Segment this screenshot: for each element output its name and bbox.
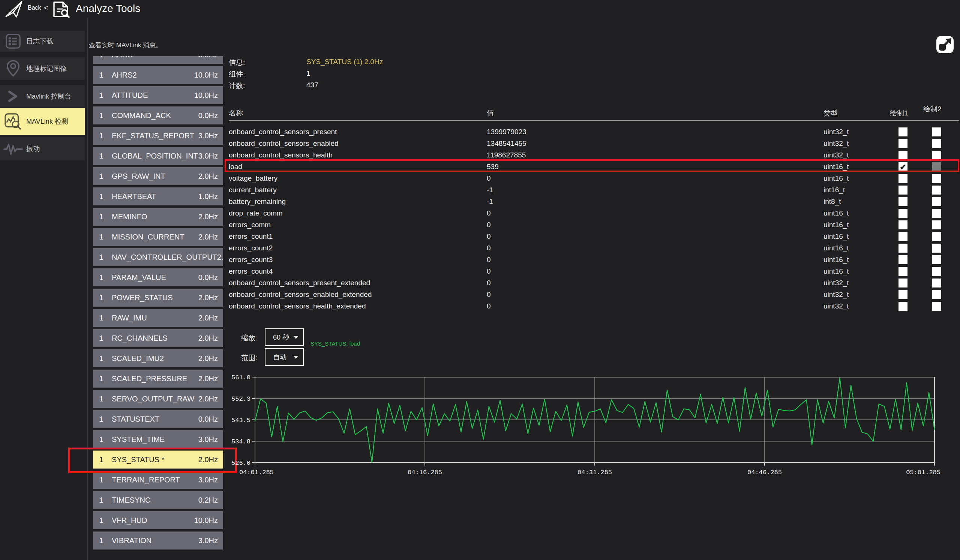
message-name: GPS_RAW_INT bbox=[109, 172, 198, 181]
message-row-vfr_hud[interactable]: 1VFR_HUD10.0Hz bbox=[93, 511, 223, 529]
analyze-tools-window: Back < Analyze Tools 日志下载地理标记图像Mavlink 控… bbox=[0, 0, 960, 560]
plot1-checkbox[interactable]: ✔ bbox=[899, 139, 907, 148]
plot1-checkbox[interactable]: ✔ bbox=[899, 290, 907, 299]
checkmark-icon: ✔ bbox=[900, 163, 906, 171]
svg-text:552.3: 552.3 bbox=[231, 396, 251, 402]
plot2-checkbox[interactable]: ✔ bbox=[932, 279, 941, 287]
message-row-servo_output_raw[interactable]: 1SERVO_OUTPUT_RAW2.0Hz bbox=[93, 390, 223, 408]
message-frequency: 3.0Hz bbox=[198, 475, 223, 484]
message-sysid: 1 bbox=[93, 273, 109, 282]
plot1-checkbox[interactable]: ✔ bbox=[899, 220, 907, 230]
popout-icon[interactable] bbox=[936, 36, 954, 55]
message-row-statustext[interactable]: 1STATUSTEXT0.0Hz bbox=[93, 410, 223, 428]
plot2-checkbox[interactable]: ✔ bbox=[932, 302, 941, 311]
table-row-errors_count4: errors_count40uint16_t✔✔ bbox=[229, 266, 959, 278]
message-row-terrain_report[interactable]: 1TERRAIN_REPORT3.0Hz bbox=[93, 471, 223, 489]
sidebar-item-inspector[interactable]: MAVLink 检测 bbox=[0, 108, 85, 135]
message-sysid: 1 bbox=[93, 395, 109, 403]
plot2-checkbox[interactable]: ✔ bbox=[932, 244, 941, 253]
message-row-command_ack[interactable]: 1COMMAND_ACK0.0Hz bbox=[93, 107, 223, 124]
message-frequency: 2.0Hz bbox=[217, 253, 223, 262]
plot2-checkbox[interactable]: ✔ bbox=[932, 290, 941, 299]
plot1-checkbox[interactable]: ✔ bbox=[899, 267, 907, 276]
plot1-checkbox[interactable]: ✔ bbox=[899, 232, 907, 241]
message-row-raw_imu[interactable]: 1RAW_IMU2.0Hz bbox=[93, 309, 223, 327]
plot2-checkbox[interactable]: ✔ bbox=[932, 162, 941, 171]
plot1-checkbox[interactable]: ✔ bbox=[899, 197, 907, 206]
message-row-meminfo[interactable]: 1MEMINFO2.0Hz bbox=[93, 207, 223, 226]
zoom-select[interactable]: 60 秒 bbox=[265, 329, 304, 346]
console-icon bbox=[0, 89, 26, 104]
plot1-checkbox[interactable]: ✔ bbox=[899, 151, 907, 160]
message-frequency: 0.0Hz bbox=[198, 415, 223, 424]
message-row-global_position_int[interactable]: 1GLOBAL_POSITION_INT3.0Hz bbox=[93, 147, 223, 165]
message-row-ahrs[interactable]: 1AHRS3.0Hz bbox=[93, 56, 223, 64]
message-row-system_time[interactable]: 1SYSTEM_TIME3.0Hz bbox=[93, 430, 223, 448]
sidebar-item-geotag[interactable]: 地理标记图像 bbox=[0, 57, 85, 80]
breadcrumb-separator: < bbox=[44, 4, 48, 12]
field-value: 0 bbox=[487, 209, 491, 217]
message-row-power_status[interactable]: 1POWER_STATUS2.0Hz bbox=[93, 289, 223, 306]
plot2-checkbox[interactable]: ✔ bbox=[932, 220, 941, 230]
back-button[interactable]: Back bbox=[28, 5, 41, 11]
message-row-ahrs2[interactable]: 1AHRS210.0Hz bbox=[93, 66, 223, 84]
plot2-checkbox[interactable]: ✔ bbox=[932, 185, 941, 195]
plot1-checkbox[interactable]: ✔ bbox=[899, 209, 907, 218]
message-row-mission_current[interactable]: 1MISSION_CURRENT2.0Hz bbox=[93, 228, 223, 246]
sidebar-item-log-download[interactable]: 日志下载 bbox=[0, 31, 85, 52]
plot1-checkbox[interactable]: ✔ bbox=[899, 279, 907, 287]
sidebar-item-label: Mavlink 控制台 bbox=[26, 92, 71, 101]
message-sysid: 1 bbox=[93, 91, 109, 100]
field-type: uint16_t bbox=[824, 267, 849, 276]
message-row-vibration[interactable]: 1VIBRATION3.0Hz bbox=[93, 531, 223, 549]
message-row-scaled_imu2[interactable]: 1SCALED_IMU22.0Hz bbox=[93, 349, 223, 367]
plot1-checkbox[interactable]: ✔ bbox=[899, 244, 907, 253]
message-row-attitude[interactable]: 1ATTITUDE10.0Hz bbox=[93, 86, 223, 104]
plot1-checkbox[interactable]: ✔ bbox=[899, 255, 907, 264]
message-list[interactable]: 1AHRS3.0Hz1AHRS210.0Hz1ATTITUDE10.0Hz1CO… bbox=[93, 56, 223, 560]
plot2-checkbox[interactable]: ✔ bbox=[932, 197, 941, 206]
message-name: RC_CHANNELS bbox=[109, 334, 198, 343]
plot2-checkbox[interactable]: ✔ bbox=[932, 128, 941, 136]
message-row-gps_raw_int[interactable]: 1GPS_RAW_INT2.0Hz bbox=[93, 167, 223, 185]
plot1-checkbox[interactable]: ✔ bbox=[899, 185, 907, 195]
plot2-checkbox[interactable]: ✔ bbox=[932, 209, 941, 218]
plot1-checkbox[interactable]: ✔ bbox=[899, 162, 907, 171]
message-row-heartbeat[interactable]: 1HEARTBEAT1.0Hz bbox=[93, 187, 223, 206]
plot2-checkbox[interactable]: ✔ bbox=[932, 139, 941, 148]
message-row-param_value[interactable]: 1PARAM_VALUE0.0Hz bbox=[93, 268, 223, 286]
message-row-rc_channels[interactable]: 1RC_CHANNELS2.0Hz bbox=[93, 329, 223, 347]
table-row-onboard_control_sensors_present: onboard_control_sensors_present139997902… bbox=[229, 126, 959, 138]
field-type: uint16_t bbox=[824, 221, 849, 229]
message-frequency: 3.0Hz bbox=[198, 536, 223, 545]
message-frequency: 3.0Hz bbox=[198, 152, 223, 160]
message-name: SCALED_IMU2 bbox=[109, 354, 198, 363]
message-row-nav_controller_output[interactable]: 1NAV_CONTROLLER_OUTPUT2.0Hz bbox=[93, 248, 223, 266]
message-row-sys_status[interactable]: 1SYS_STATUS *2.0Hz bbox=[93, 450, 223, 469]
message-row-scaled_pressure[interactable]: 1SCALED_PRESSURE2.0Hz bbox=[93, 370, 223, 388]
message-row-timesync[interactable]: 1TIMESYNC0.2Hz bbox=[93, 491, 223, 509]
message-name: MISSION_CURRENT bbox=[109, 233, 198, 241]
message-frequency: 3.0Hz bbox=[198, 132, 223, 140]
plot1-checkbox[interactable]: ✔ bbox=[899, 128, 907, 136]
field-type: uint16_t bbox=[824, 163, 849, 171]
plot2-checkbox[interactable]: ✔ bbox=[932, 267, 941, 276]
message-sysid: 1 bbox=[93, 152, 109, 160]
sidebar-item-vibration[interactable]: 振动 bbox=[0, 137, 85, 160]
message-sysid: 1 bbox=[93, 172, 109, 181]
message-frequency: 3.0Hz bbox=[198, 435, 223, 444]
message-frequency: 2.0Hz bbox=[198, 354, 223, 363]
message-name: SYS_STATUS * bbox=[109, 455, 198, 464]
plot2-checkbox[interactable]: ✔ bbox=[932, 255, 941, 264]
sidebar-divider bbox=[87, 18, 88, 560]
plot1-checkbox[interactable]: ✔ bbox=[899, 302, 907, 311]
plot2-checkbox[interactable]: ✔ bbox=[932, 174, 941, 183]
message-frequency: 1.0Hz bbox=[198, 192, 223, 201]
plot1-checkbox[interactable]: ✔ bbox=[899, 174, 907, 183]
plot2-checkbox[interactable]: ✔ bbox=[932, 151, 941, 160]
range-select[interactable]: 自动 bbox=[265, 348, 304, 366]
sidebar-item-console[interactable]: Mavlink 控制台 bbox=[0, 85, 85, 108]
message-name: GLOBAL_POSITION_INT bbox=[109, 152, 198, 160]
message-row-ekf_status_report[interactable]: 1EKF_STATUS_REPORT3.0Hz bbox=[93, 127, 223, 145]
plot2-checkbox[interactable]: ✔ bbox=[932, 232, 941, 241]
